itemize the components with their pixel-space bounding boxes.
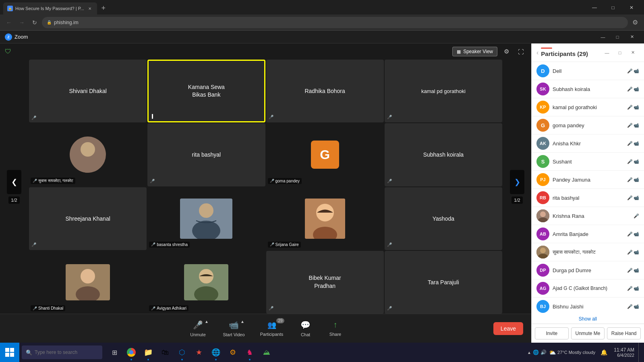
share-icon-area: ↑ (333, 320, 338, 329)
participants-count-badge: 29 (276, 318, 284, 323)
fullscreen-icon[interactable]: ⛶ (515, 46, 526, 57)
participant-name-subhash: Subhash koirala (553, 86, 624, 92)
app7-taskbar-icon[interactable]: ♞ (242, 343, 258, 362)
participants-button[interactable]: 👥 29 Participants (258, 321, 286, 337)
participant-item-rita[interactable]: RB rita bashyal 🎤 📹 (532, 189, 644, 207)
unmute-me-button[interactable]: Unmute Me (571, 327, 605, 339)
unmute-button[interactable]: 🎤 ▲ Unmute (186, 320, 210, 337)
notification-icon[interactable]: 🔔 (598, 343, 610, 362)
participant-avatar-amrita: AB (536, 228, 549, 240)
avatar-g: G (311, 141, 339, 169)
browser-restore-button[interactable]: □ (604, 2, 622, 14)
page-indicator-right: 1/2 (511, 197, 522, 204)
panel-close-button[interactable]: ✕ (626, 48, 639, 58)
mute-indicator-15: 🎤 (269, 304, 273, 311)
name-label-5: 🎤 सुबास सापकोटा, गलकोट (31, 178, 75, 184)
grid-icon: ▦ (457, 49, 461, 54)
zoom-minimize-button[interactable]: — (596, 31, 610, 43)
participants-icon: 👥 (267, 321, 276, 329)
name-label-13: 🎤 Shanti Dhakal (31, 305, 65, 311)
panel-minimize-button[interactable]: — (601, 48, 613, 58)
panel-header: ‹ Participants (29) — □ ✕ (532, 43, 644, 62)
person-photo-10 (180, 199, 232, 239)
participant-name-3: Radhika Bohora (301, 85, 348, 97)
browser-close-button[interactable]: ✕ (622, 2, 641, 14)
participant-item-goma[interactable]: G goma pandey 🎤 📹 (532, 116, 644, 134)
clock[interactable]: 11:47 AM 6/4/2022 (612, 347, 636, 358)
chrome-taskbar-icon[interactable] (123, 343, 139, 362)
participant-item-durga[interactable]: DP Durga pd Dumre 🎤 📹 (532, 261, 644, 279)
participant-item-sushant[interactable]: S Sushant 🎤 📹 (532, 153, 644, 171)
participant-item-krishna[interactable]: Krishna Rana 🎤 (532, 207, 644, 225)
name-label-11: 🎤 Srijana Gaire (268, 242, 301, 248)
search-input[interactable] (35, 350, 95, 355)
taskbar-search[interactable]: 🔍 (22, 345, 102, 359)
taskbar-icons: ⊞ 📁 🛍 ⬡ ★ 🌐 (106, 343, 275, 362)
show-all-link[interactable]: Show all (532, 314, 644, 324)
nav-right-arrow[interactable]: ❯ (510, 170, 524, 194)
tab-close-icon[interactable]: ✕ (87, 5, 93, 12)
panel-collapse-arrow[interactable]: ‹ (536, 49, 538, 56)
video-cell-2: Kamana SewaBikas Bank (147, 60, 265, 122)
share-button[interactable]: ↑ Share (325, 320, 346, 337)
participant-item-subas[interactable]: सुबास सापकोटा, गलकोट 🎤 📹 (532, 243, 644, 261)
browser-tab[interactable]: 🔒 How Secure Is My Password? | P... ✕ (3, 2, 97, 14)
back-button[interactable]: ← (3, 17, 14, 28)
system-tray: ▲ 🌐 🔊 (527, 350, 547, 355)
edge-taskbar-icon[interactable]: 🌐 (208, 343, 224, 362)
video-caret: ▲ (240, 319, 244, 324)
tray-up-arrow[interactable]: ▲ (527, 350, 531, 355)
participant-item-ajad[interactable]: AG Ajad G C (Galkot Branch) 🎤 📹 (532, 279, 644, 298)
app6-taskbar-icon[interactable]: ⚙ (225, 343, 241, 362)
svg-rect-23 (10, 353, 14, 357)
raise-hand-button[interactable]: Raise Hand (607, 327, 641, 339)
new-tab-button[interactable]: + (98, 2, 109, 14)
nav-right-container: ❯ 1/2 (503, 60, 531, 314)
svg-point-0 (81, 142, 95, 157)
start-button[interactable] (0, 343, 19, 362)
name-label-7: 🎤 goma pandey (268, 178, 302, 184)
tab-title: How Secure Is My Password? | P... (15, 6, 84, 11)
browser-minimize-button[interactable]: — (585, 2, 604, 14)
participant-item-amrita[interactable]: AB Amrita Banjade 🎤 📹 (532, 225, 644, 243)
address-bar[interactable]: 🔒 phishing.im (42, 17, 628, 28)
show-desktop-button[interactable] (638, 343, 641, 362)
participant-item-anisha[interactable]: AK Anisha Khkr 🎤 📹 (532, 134, 644, 153)
participant-icons-pandey: 🎤 📹 (627, 177, 639, 182)
app8-taskbar-icon[interactable]: ⛰ (259, 343, 275, 362)
start-video-button[interactable]: 📹 ▲ Start Video (220, 320, 248, 337)
vscode-icon-dot (181, 359, 183, 360)
panel-restore-button[interactable]: □ (613, 48, 626, 58)
participant-item-dell[interactable]: D Dell 🎤 📹 (532, 62, 644, 80)
invite-button[interactable]: Invite (535, 327, 569, 339)
app5-taskbar-icon[interactable]: ★ (191, 343, 207, 362)
participant-item-kamal[interactable]: KP kamal pd gorathoki 🎤 📹 (532, 98, 644, 116)
speaker-view-button[interactable]: ▦ Speaker View (452, 47, 497, 56)
participant-item-subhash[interactable]: SK Subhash koirala 🎤 📹 (532, 80, 644, 98)
video-grid-wrapper: ❮ 1/2 Shivani Dhakal 🎤 (0, 60, 531, 314)
task-view-icon[interactable]: ⊞ (106, 343, 122, 362)
weather-widget[interactable]: ⛅ 27°C Mostly cloudy (549, 349, 595, 356)
participant-item-bishnu[interactable]: BJ Bishnu Jaishi 🎤 📹 (532, 298, 644, 314)
participant-item-pandey[interactable]: PJ Pandey Jamuna 🎤 📹 (532, 171, 644, 189)
person-photo-13 (66, 264, 110, 300)
participant-avatar-krishna (536, 209, 549, 222)
zoom-close-button[interactable]: ✕ (625, 31, 639, 43)
participant-avatar-ajad: AG (536, 282, 549, 295)
zoom-restore-button[interactable]: □ (610, 31, 625, 43)
settings-icon[interactable]: ⚙ (501, 46, 512, 57)
mute-indicator-1: 🎤 (31, 116, 36, 120)
chat-icon-area: 💬 (300, 320, 311, 330)
forward-button[interactable]: → (16, 17, 27, 28)
leave-button[interactable]: Leave (493, 322, 523, 335)
video-cell-3: Radhika Bohora 🎤 (266, 60, 384, 122)
zoom-titlebar: Z Zoom — □ ✕ (0, 31, 644, 43)
chat-button[interactable]: 💬 Chat (296, 320, 316, 337)
extensions-icon[interactable]: ⚙ (630, 17, 641, 28)
security-badge: 🛡 (5, 48, 11, 55)
store-taskbar-icon[interactable]: 🛍 (157, 343, 173, 362)
vscode-taskbar-icon[interactable]: ⬡ (174, 343, 190, 362)
nav-left-arrow[interactable]: ❮ (7, 170, 21, 194)
reload-button[interactable]: ↻ (29, 17, 40, 28)
explorer-taskbar-icon[interactable]: 📁 (140, 343, 156, 362)
